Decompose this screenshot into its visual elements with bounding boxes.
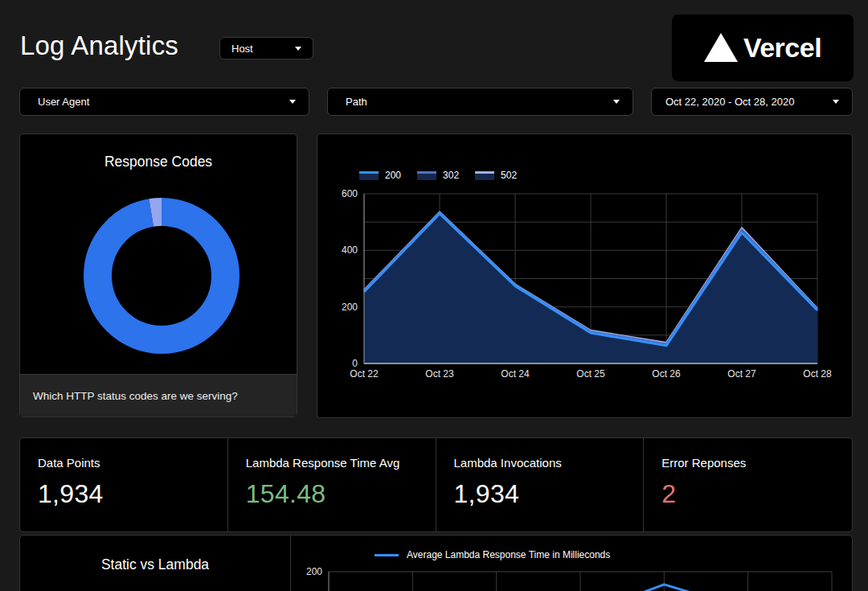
legend-swatch-icon [359,171,379,180]
static-vs-lambda-title: Static vs Lambda [20,556,290,573]
stat-lambda-invocations: Lambda Invocations 1,934 [436,438,645,531]
host-dropdown-label: Host [231,43,253,55]
stat-value: 2 [661,479,834,509]
response-codes-footer-text: Which HTTP status codes are we serving? [33,390,238,402]
response-codes-title: Response Codes [20,154,297,170]
date-range-dropdown[interactable]: Oct 22, 2020 - Oct 28, 2020 [651,88,853,116]
stat-lambda-response-time-avg: Lambda Response Time Avg 154.48 [228,438,436,531]
static-vs-lambda-card: Static vs Lambda [20,536,291,591]
status-codes-chart-card: 0200400600Oct 22Oct 23Oct 24Oct 25Oct 26… [317,133,853,418]
user-agent-dropdown-label: User Agent [38,96,89,108]
stat-data-points: Data Points 1,934 [20,438,228,531]
svg-text:200: 200 [306,566,322,577]
legend-line-icon [375,554,399,556]
host-dropdown[interactable]: Host [219,37,313,60]
path-dropdown-label: Path [346,96,367,108]
stat-value: 154.48 [246,479,418,509]
svg-text:Oct 24: Oct 24 [501,368,530,380]
legend-swatch-icon [475,171,494,180]
response-codes-donut-chart [20,134,298,379]
path-dropdown[interactable]: Path [327,88,633,116]
svg-text:Oct 26: Oct 26 [652,368,681,380]
bottom-row: Static vs Lambda 200 Average Lambda Resp… [19,535,853,591]
legend-label: 302 [443,170,459,181]
vercel-triangle-icon [704,33,738,62]
legend-item-200[interactable]: 200 [359,170,401,181]
avg-lambda-legend[interactable]: Average Lambda Response Time in Millieco… [375,549,610,560]
svg-text:Oct 25: Oct 25 [576,368,605,380]
chevron-down-icon [613,100,620,104]
avg-lambda-response-chart: 200 [291,536,854,591]
response-codes-card: Response Codes Which HTTP status codes a… [19,133,297,417]
status-codes-legend: 200302502 [359,170,533,181]
legend-label: 200 [385,170,401,181]
avg-lambda-legend-label: Average Lambda Response Time in Millieco… [407,549,610,560]
chevron-down-icon [289,100,296,104]
legend-item-502[interactable]: 502 [475,170,517,181]
svg-text:Oct 27: Oct 27 [727,368,756,380]
stat-label: Lambda Invocations [454,456,626,470]
svg-text:Oct 22: Oct 22 [350,368,379,380]
avg-lambda-response-card: 200 Average Lambda Response Time in Mill… [291,536,854,591]
vercel-logo[interactable]: Vercel [672,14,854,81]
svg-text:400: 400 [342,244,358,256]
stat-label: Error Reponses [661,456,834,470]
chevron-down-icon [295,47,301,51]
user-agent-dropdown[interactable]: User Agent [19,88,309,116]
stat-label: Data Points [38,456,210,470]
stat-label: Lambda Response Time Avg [246,456,418,470]
stat-error-responses: Error Reponses 2 [644,438,852,531]
legend-swatch-icon [417,171,436,180]
date-range-label: Oct 22, 2020 - Oct 28, 2020 [665,96,794,108]
legend-item-302[interactable]: 302 [417,170,459,181]
stat-value: 1,934 [454,479,626,509]
vercel-wordmark: Vercel [743,32,821,64]
svg-text:600: 600 [342,188,358,199]
stats-row: Data Points 1,934 Lambda Response Time A… [19,437,853,532]
stat-value: 1,934 [38,479,210,509]
legend-label: 502 [501,170,517,181]
page-title: Log Analytics [20,31,178,61]
response-codes-footer: Which HTTP status codes are we serving? [20,374,297,417]
chevron-down-icon [833,100,839,104]
svg-text:0: 0 [352,358,358,369]
svg-text:200: 200 [342,302,358,313]
svg-text:Oct 28: Oct 28 [803,368,832,380]
svg-text:Oct 23: Oct 23 [425,368,454,380]
